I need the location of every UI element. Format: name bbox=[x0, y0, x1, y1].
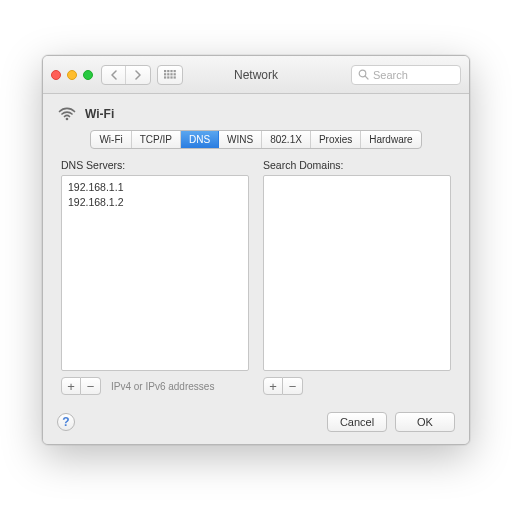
tabs: Wi-Fi TCP/IP DNS WINS 802.1X Proxies Har… bbox=[90, 130, 421, 149]
dns-servers-column: DNS Servers: 192.168.1.1 192.168.1.2 + −… bbox=[61, 159, 249, 395]
help-icon: ? bbox=[62, 415, 69, 429]
svg-rect-5 bbox=[167, 73, 169, 75]
svg-point-14 bbox=[66, 118, 69, 121]
search-domains-list[interactable] bbox=[263, 175, 451, 371]
network-preferences-window: Network Search Wi-Fi Wi-Fi TCP/IP DNS bbox=[42, 55, 470, 445]
traffic-lights bbox=[51, 70, 93, 80]
grid-icon bbox=[164, 70, 176, 80]
minus-icon: − bbox=[289, 380, 297, 393]
close-window-button[interactable] bbox=[51, 70, 61, 80]
zoom-window-button[interactable] bbox=[83, 70, 93, 80]
titlebar: Network Search bbox=[43, 56, 469, 94]
search-field[interactable]: Search bbox=[351, 65, 461, 85]
minimize-window-button[interactable] bbox=[67, 70, 77, 80]
tab-bar: Wi-Fi TCP/IP DNS WINS 802.1X Proxies Har… bbox=[43, 128, 469, 159]
show-all-button[interactable] bbox=[157, 65, 183, 85]
wifi-icon bbox=[57, 104, 77, 124]
svg-rect-7 bbox=[174, 73, 176, 75]
svg-rect-10 bbox=[170, 76, 172, 78]
add-dns-server-button[interactable]: + bbox=[61, 377, 81, 395]
svg-rect-2 bbox=[170, 70, 172, 72]
svg-rect-1 bbox=[167, 70, 169, 72]
tab-hardware[interactable]: Hardware bbox=[361, 131, 420, 148]
dns-servers-hint: IPv4 or IPv6 addresses bbox=[111, 381, 214, 392]
dns-server-entry[interactable]: 192.168.1.2 bbox=[68, 195, 242, 210]
nav-back-forward bbox=[101, 65, 151, 85]
remove-search-domain-button[interactable]: − bbox=[283, 377, 303, 395]
chevron-left-icon bbox=[110, 70, 117, 80]
svg-rect-0 bbox=[164, 70, 166, 72]
tab-wifi[interactable]: Wi-Fi bbox=[91, 131, 131, 148]
tab-wins[interactable]: WINS bbox=[219, 131, 262, 148]
svg-line-13 bbox=[365, 76, 368, 79]
svg-rect-11 bbox=[174, 76, 176, 78]
dns-servers-list[interactable]: 192.168.1.1 192.168.1.2 bbox=[61, 175, 249, 371]
minus-icon: − bbox=[87, 380, 95, 393]
dns-servers-footer: + − IPv4 or IPv6 addresses bbox=[61, 377, 249, 395]
chevron-right-icon bbox=[135, 70, 142, 80]
search-domains-column: Search Domains: + − bbox=[263, 159, 451, 395]
dialog-buttons: Cancel OK bbox=[327, 412, 455, 432]
tab-tcpip[interactable]: TCP/IP bbox=[132, 131, 181, 148]
search-domains-footer: + − bbox=[263, 377, 451, 395]
add-search-domain-button[interactable]: + bbox=[263, 377, 283, 395]
nav-forward-button[interactable] bbox=[126, 66, 150, 84]
cancel-button[interactable]: Cancel bbox=[327, 412, 387, 432]
bottom-bar: ? Cancel OK bbox=[43, 400, 469, 444]
connection-header: Wi-Fi bbox=[43, 94, 469, 128]
svg-rect-4 bbox=[164, 73, 166, 75]
connection-name: Wi-Fi bbox=[85, 107, 114, 121]
svg-rect-8 bbox=[164, 76, 166, 78]
tab-8021x[interactable]: 802.1X bbox=[262, 131, 311, 148]
search-placeholder: Search bbox=[373, 69, 408, 81]
dns-servers-label: DNS Servers: bbox=[61, 159, 249, 171]
svg-rect-6 bbox=[170, 73, 172, 75]
plus-icon: + bbox=[67, 380, 75, 393]
nav-back-button[interactable] bbox=[102, 66, 126, 84]
dns-server-entry[interactable]: 192.168.1.1 bbox=[68, 180, 242, 195]
plus-icon: + bbox=[269, 380, 277, 393]
dns-columns: DNS Servers: 192.168.1.1 192.168.1.2 + −… bbox=[43, 159, 469, 395]
tab-proxies[interactable]: Proxies bbox=[311, 131, 361, 148]
ok-button[interactable]: OK bbox=[395, 412, 455, 432]
help-button[interactable]: ? bbox=[57, 413, 75, 431]
advanced-sheet: Wi-Fi Wi-Fi TCP/IP DNS WINS 802.1X Proxi… bbox=[43, 94, 469, 444]
search-domains-label: Search Domains: bbox=[263, 159, 451, 171]
tab-dns[interactable]: DNS bbox=[181, 131, 219, 148]
remove-dns-server-button[interactable]: − bbox=[81, 377, 101, 395]
svg-rect-9 bbox=[167, 76, 169, 78]
svg-rect-3 bbox=[174, 70, 176, 72]
search-icon bbox=[358, 69, 369, 80]
